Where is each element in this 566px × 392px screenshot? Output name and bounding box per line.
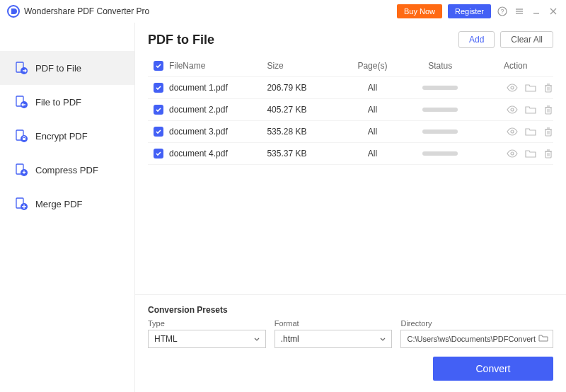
row-checkbox[interactable] [154, 105, 163, 115]
compress-pdf-icon [14, 163, 28, 177]
clear-all-button[interactable]: Clear All [500, 31, 553, 48]
svg-rect-39 [545, 151, 551, 158]
delete-icon[interactable] [543, 127, 553, 137]
buy-now-button[interactable]: Buy Now [397, 4, 442, 18]
sidebar-item-encrypt-pdf[interactable]: Encrypt PDF [0, 119, 134, 153]
titlebar: Wondershare PDF Converter Pro Buy Now Re… [0, 0, 566, 23]
sidebar-item-label: Compress PDF [35, 165, 98, 175]
convert-button[interactable]: Convert [433, 357, 553, 381]
svg-rect-15 [23, 138, 25, 140]
directory-value: C:\Users\ws\Documents\PDFConvert [407, 335, 536, 343]
titlebar-right: Buy Now Register ? [397, 4, 559, 18]
menu-icon[interactable] [514, 6, 525, 17]
main: PDF to File File to PDF Encrypt PDF Comp… [0, 23, 566, 392]
chevron-down-icon [254, 334, 260, 344]
sidebar: PDF to File File to PDF Encrypt PDF Comp… [0, 23, 134, 392]
header-status: Status [403, 61, 478, 71]
cell-action [478, 83, 553, 93]
footer: Conversion Presets Type HTML Format .htm… [135, 294, 566, 392]
format-group: Format .html [275, 319, 393, 348]
cell-action [478, 105, 553, 115]
format-select[interactable]: .html [275, 330, 393, 348]
open-folder-icon[interactable] [525, 105, 536, 114]
open-folder-icon[interactable] [525, 127, 536, 136]
cell-status [403, 151, 478, 156]
cell-size: 535.28 KB [267, 127, 342, 137]
open-folder-icon[interactable] [525, 83, 536, 92]
header-size: Size [267, 61, 342, 71]
add-button[interactable]: Add [458, 31, 495, 48]
cell-pages: All [342, 127, 403, 137]
format-label: Format [275, 319, 393, 328]
directory-input[interactable]: C:\Users\ws\Documents\PDFConvert [400, 330, 553, 348]
sidebar-item-merge-pdf[interactable]: Merge PDF [0, 187, 134, 221]
type-select[interactable]: HTML [148, 330, 266, 348]
cell-status [403, 86, 478, 90]
table-row[interactable]: document 1.pdf206.79 KBAll [148, 77, 553, 99]
sidebar-item-label: Merge PDF [35, 199, 82, 209]
help-icon[interactable]: ? [497, 6, 508, 17]
delete-icon[interactable] [543, 83, 553, 93]
type-label: Type [148, 319, 266, 328]
table-row[interactable]: document 2.pdf405.27 KBAll [148, 99, 553, 121]
delete-icon[interactable] [543, 149, 553, 158]
page-title: PDF to File [148, 33, 214, 47]
table-header-row: FileName Size Page(s) Status Action [148, 55, 553, 77]
svg-rect-27 [545, 108, 551, 114]
content-header: PDF to File Add Clear All [135, 23, 566, 55]
svg-point-38 [511, 152, 514, 155]
row-checkbox[interactable] [154, 83, 163, 93]
select-all-checkbox[interactable] [154, 61, 163, 71]
cell-filename: document 3.pdf [169, 127, 267, 137]
sidebar-item-label: PDF to File [35, 63, 81, 74]
directory-label: Directory [400, 319, 553, 328]
format-value: .html [281, 334, 299, 344]
close-icon[interactable] [548, 6, 559, 17]
status-bar [422, 108, 458, 112]
app-title: Wondershare PDF Converter Pro [24, 6, 149, 16]
register-button[interactable]: Register [448, 4, 491, 18]
header-filename: FileName [169, 61, 267, 71]
preview-icon[interactable] [507, 105, 518, 114]
cell-size: 535.37 KB [267, 149, 342, 158]
status-bar [422, 129, 458, 134]
chevron-down-icon [380, 334, 386, 344]
sidebar-item-pdf-to-file[interactable]: PDF to File [0, 51, 134, 85]
cell-filename: document 2.pdf [169, 105, 267, 115]
cell-pages: All [342, 149, 403, 158]
delete-icon[interactable] [543, 105, 553, 115]
open-folder-icon[interactable] [525, 149, 536, 158]
svg-point-20 [511, 86, 514, 89]
row-checkbox[interactable] [154, 127, 163, 137]
sidebar-item-file-to-pdf[interactable]: File to PDF [0, 85, 134, 119]
cell-action [478, 127, 553, 137]
status-bar [422, 151, 458, 156]
cell-action [478, 149, 553, 158]
table-row[interactable]: document 4.pdf535.37 KBAll [148, 143, 553, 165]
presets-row: Type HTML Format .html Directory [148, 319, 553, 348]
presets-title: Conversion Presets [148, 305, 553, 315]
file-table: FileName Size Page(s) Status Action docu… [135, 55, 566, 294]
cell-filename: document 4.pdf [169, 149, 267, 158]
preview-icon[interactable] [507, 149, 518, 158]
header-pages: Page(s) [342, 61, 403, 71]
preview-icon[interactable] [507, 127, 518, 136]
sidebar-item-compress-pdf[interactable]: Compress PDF [0, 153, 134, 187]
row-checkbox[interactable] [154, 149, 163, 158]
file-to-pdf-icon [14, 95, 28, 109]
cell-size: 405.27 KB [267, 105, 342, 115]
preview-icon[interactable] [507, 83, 518, 92]
merge-pdf-icon [14, 197, 28, 211]
folder-icon[interactable] [538, 334, 548, 344]
minimize-icon[interactable] [531, 6, 542, 17]
sidebar-item-label: File to PDF [35, 97, 81, 108]
cell-filename: document 1.pdf [169, 83, 267, 93]
table-row[interactable]: document 3.pdf535.28 KBAll [148, 121, 553, 143]
type-group: Type HTML [148, 319, 266, 348]
content: PDF to File Add Clear All FileName Size … [134, 23, 566, 392]
status-bar [422, 86, 458, 90]
pdf-to-file-icon [14, 61, 28, 75]
svg-point-26 [511, 108, 514, 111]
app-logo-icon [7, 5, 20, 18]
svg-point-32 [511, 130, 514, 133]
